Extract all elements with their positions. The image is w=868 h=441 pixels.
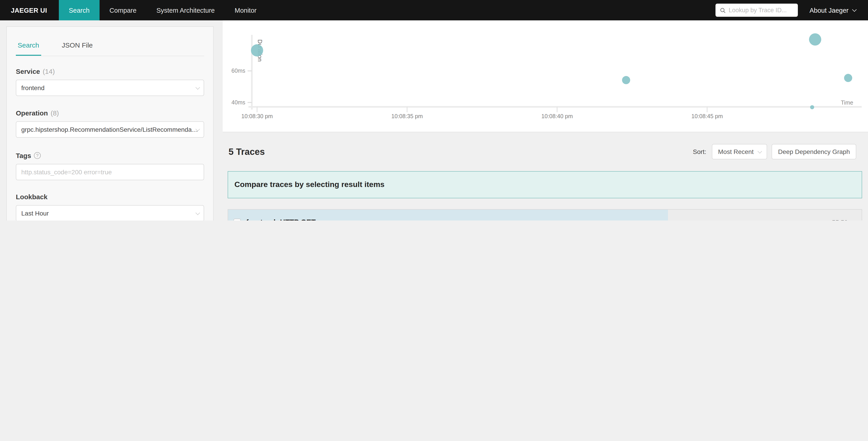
tags-label: Tags ?	[16, 152, 204, 159]
trace-short-id: 7876e26	[319, 219, 342, 220]
help-icon[interactable]: ?	[34, 152, 41, 159]
compare-banner: Compare traces by selecting result items	[228, 171, 862, 198]
tab-search[interactable]: Search	[16, 33, 41, 56]
svg-text:10:08:40 pm: 10:08:40 pm	[541, 113, 573, 119]
svg-text:10:08:35 pm: 10:08:35 pm	[392, 113, 423, 119]
chevron-down-icon	[195, 85, 200, 89]
service-count: (14)	[43, 67, 55, 75]
deep-dependency-graph-button[interactable]: Deep Dependency Graph	[772, 144, 856, 159]
chevron-down-icon	[757, 149, 762, 153]
results-header: 5 Traces Sort: Most Recent Deep Dependen…	[223, 132, 868, 170]
operation-select[interactable]: grpc.hipstershop.RecommendationService/L…	[16, 121, 204, 138]
svg-text:Time: Time	[841, 99, 853, 106]
operation-select-value: grpc.hipstershop.RecommendationService/L…	[21, 126, 198, 133]
results-actions: Sort: Most Recent Deep Dependency Graph	[693, 144, 856, 159]
operation-count: (8)	[51, 109, 59, 117]
chevron-down-icon	[852, 7, 857, 12]
trace-title[interactable]: frontend: HTTP GET7876e26	[246, 218, 342, 220]
nav-item-system-architecture[interactable]: System Architecture	[146, 0, 225, 20]
about-jaeger-label: About Jaeger	[809, 6, 848, 14]
trace-card-header[interactable]: frontend: HTTP GET7876e26 55.53ms	[228, 210, 862, 220]
search-icon	[720, 7, 725, 13]
trace-result-card: frontend: HTTP GET7876e26 55.53ms 18 Spa…	[228, 209, 862, 220]
svg-text:60ms: 60ms	[231, 67, 245, 74]
search-form-card: Search JSON File Service (14) frontend O…	[6, 26, 214, 220]
tab-json-file[interactable]: JSON File	[60, 33, 95, 56]
jaeger-ui-app: JAEGER UI Search Compare System Architec…	[0, 0, 868, 220]
service-label: Service (14)	[16, 67, 204, 75]
nav-item-compare[interactable]: Compare	[99, 0, 146, 20]
nav-item-search[interactable]: Search	[59, 0, 99, 20]
scatterplot-canvas: 60ms40ms10:08:30 pm10:08:35 pm10:08:40 p…	[223, 20, 868, 132]
lookback-select[interactable]: Last Hour	[16, 205, 204, 220]
navbar-right: About Jaeger	[715, 0, 868, 20]
lookback-select-value: Last Hour	[21, 210, 49, 217]
svg-text:10:08:30 pm: 10:08:30 pm	[242, 113, 273, 119]
trace-select-checkbox[interactable]	[234, 218, 241, 220]
sort-label: Sort:	[693, 148, 706, 155]
duration-scatterplot[interactable]: 60ms40ms10:08:30 pm10:08:35 pm10:08:40 p…	[223, 20, 868, 132]
sort-select[interactable]: Most Recent	[712, 144, 767, 159]
trace-id-input[interactable]	[728, 7, 793, 13]
app-brand[interactable]: JAEGER UI	[0, 0, 59, 20]
trace-lookup-box	[715, 4, 798, 17]
operation-label: Operation (8)	[16, 109, 204, 117]
search-sidebar: Search JSON File Service (14) frontend O…	[0, 20, 223, 220]
sidebar-tabs: Search JSON File	[16, 33, 204, 56]
top-navbar: JAEGER UI Search Compare System Architec…	[0, 0, 868, 20]
nav-item-monitor[interactable]: Monitor	[225, 0, 267, 20]
tags-input[interactable]	[21, 169, 199, 176]
chevron-down-icon	[195, 210, 200, 215]
results-count-title: 5 Traces	[228, 146, 265, 157]
service-select[interactable]: frontend	[16, 80, 204, 96]
trace-duration: 55.53ms	[832, 218, 856, 220]
svg-text:10:08:45 pm: 10:08:45 pm	[691, 113, 723, 119]
lookback-label: Lookback	[16, 193, 204, 201]
about-jaeger-menu[interactable]: About Jaeger	[809, 6, 855, 14]
content: Search JSON File Service (14) frontend O…	[0, 20, 868, 220]
service-select-value: frontend	[21, 84, 44, 91]
svg-text:40ms: 40ms	[231, 99, 245, 106]
trace-result-list: frontend: HTTP GET7876e26 55.53ms 18 Spa…	[228, 209, 862, 220]
sort-select-value: Most Recent	[718, 148, 753, 155]
results-column: 60ms40ms10:08:30 pm10:08:35 pm10:08:40 p…	[223, 20, 868, 220]
tags-input-box	[16, 164, 204, 180]
